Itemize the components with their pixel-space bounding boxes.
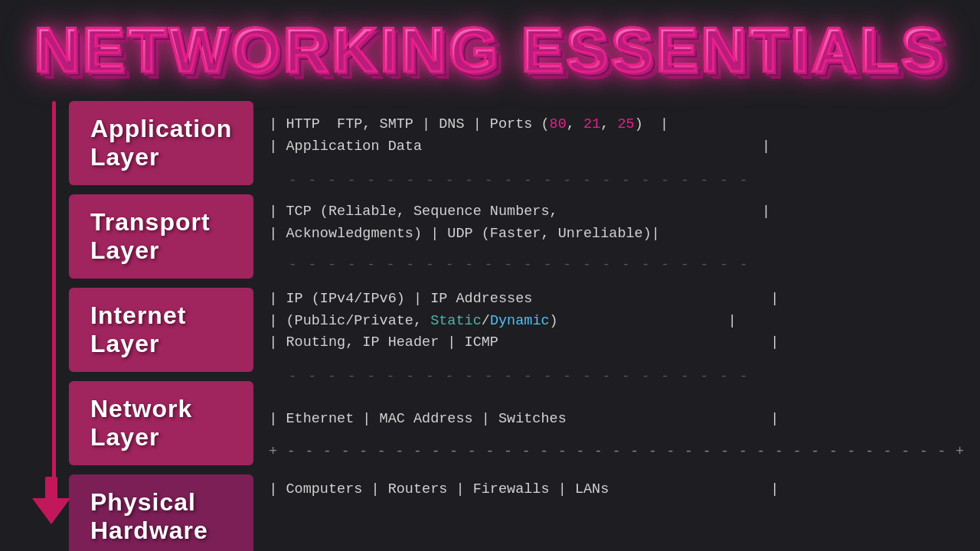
divider-plus: + - - - - - - - - - - - - - - - - - - - … [269,444,965,459]
dynamic-label: Dynamic [490,313,550,329]
internet-layer-box: Internet Layer [69,288,253,372]
network-layer-box: Network Layer [69,381,253,465]
down-arrow-icon [32,477,70,524]
divider-3: - - - - - - - - - - - - - - - - - - - - … [269,369,965,384]
divider-2: - - - - - - - - - - - - - - - - - - - - … [269,257,965,272]
port-25: 25 [617,116,634,132]
transport-layer-label: Transport Layer [90,208,232,265]
network-info: | Ethernet | MAC Address | Switches | [269,387,965,441]
divider-1: - - - - - - - - - - - - - - - - - - - - … [269,173,965,188]
transport-info-line1: | TCP (Reliable, Sequence Numbers, | [269,201,965,223]
internet-layer-label: Internet Layer [90,302,232,358]
internet-info-line3: | Routing, IP Header | ICMP | [269,332,965,354]
transport-layer-box: Transport Layer [69,194,253,279]
page-wrapper: NETWORKING ESSENTIALS Application Layer … [0,0,980,551]
physical-layer-box: Physical Hardware [69,474,253,551]
physical-layer-label: Physical Hardware [90,488,232,545]
network-info-line1: | Ethernet | MAC Address | Switches | [269,409,965,431]
svg-marker-3 [32,498,70,524]
arrow-down-container [32,477,70,528]
application-info-line1: | HTTP FTP, SMTP | DNS | Ports (80, 21, … [269,114,965,136]
port-21: 21 [583,116,600,132]
physical-info: | Computers | Routers | Firewalls | LANs… [269,462,965,516]
port-80: 80 [550,116,567,132]
application-layer-box: Application Layer [69,101,253,185]
transport-info: | TCP (Reliable, Sequence Numbers, | | A… [269,191,965,254]
right-panel: | HTTP FTP, SMTP | DNS | Ports (80, 21, … [253,101,965,551]
transport-info-line2: | Acknowledgments) | UDP (Faster, Unreli… [269,223,965,246]
internet-info-line2: | (Public/Private, Static/Dynamic) | [269,311,965,333]
vertical-line [52,101,56,513]
page-title: NETWORKING ESSENTIALS [34,14,946,86]
network-layer-label: Network Layer [90,395,232,452]
physical-info-line1: | Computers | Routers | Firewalls | LANs… [269,479,965,501]
main-content: Application Layer Transport Layer Intern… [0,93,980,551]
static-label: Static [430,313,482,329]
internet-info: | IP (IPv4/IPv6) | IP Addresses | | (Pub… [269,276,965,366]
title-container: NETWORKING ESSENTIALS [0,0,980,93]
application-info: | HTTP FTP, SMTP | DNS | Ports (80, 21, … [269,101,965,170]
application-layer-label: Application Layer [90,115,232,171]
internet-info-line1: | IP (IPv4/IPv6) | IP Addresses | [269,289,965,311]
application-info-line2: | Application Data | [269,136,965,158]
